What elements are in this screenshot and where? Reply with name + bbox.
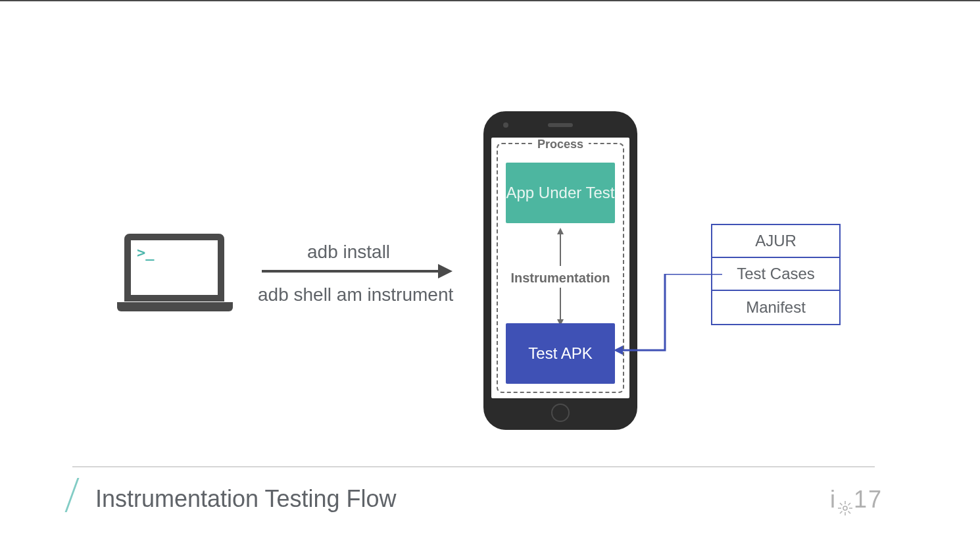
arrow-vertical-up-icon [557,228,564,266]
io-logo-i: i [830,486,837,513]
process-label: Process [532,138,589,151]
io17-logo: i 17 [830,486,883,513]
io-logo-dot-icon [838,494,852,508]
instrumentation-label: Instrumentation [498,271,623,286]
apk-row-manifest: Manifest [712,291,839,324]
process-box: Process App Under Test Instrumentation T… [497,143,624,393]
laptop-base [117,302,233,311]
adb-install-label: adb install [307,242,390,263]
svg-line-15 [840,512,843,514]
apk-row-testcases: Test Cases [712,258,839,291]
svg-marker-3 [557,228,564,234]
apk-row-ajur: AJUR [712,225,839,258]
phone-icon: Process App Under Test Instrumentation T… [483,111,637,430]
footer-divider [72,466,875,467]
svg-marker-1 [438,264,453,278]
apk-contents-table: AJUR Test Cases Manifest [711,224,841,325]
adb-instrument-label: adb shell am instrument [258,284,453,305]
arrow-right-icon [262,261,453,281]
svg-marker-6 [614,346,623,355]
slide: >_ adb install adb shell am instrument P… [0,0,980,551]
laptop-screen: >_ [124,234,224,302]
footer-title: Instrumentation Testing Flow [95,485,397,513]
arrow-vertical-down-icon [557,288,564,326]
laptop-icon: >_ [117,234,233,311]
svg-line-12 [840,503,843,506]
app-under-test-box: App Under Test [506,163,615,223]
connector-arrow-icon [614,274,722,359]
phone-screen: Process App Under Test Instrumentation T… [491,138,629,398]
terminal-prompt-icon: >_ [137,244,155,261]
svg-point-7 [843,506,847,510]
phone-home-button-icon [551,404,570,422]
svg-line-14 [848,503,850,506]
test-apk-box: Test APK [506,323,615,384]
svg-line-13 [848,512,850,514]
io-logo-17: 17 [854,486,883,513]
